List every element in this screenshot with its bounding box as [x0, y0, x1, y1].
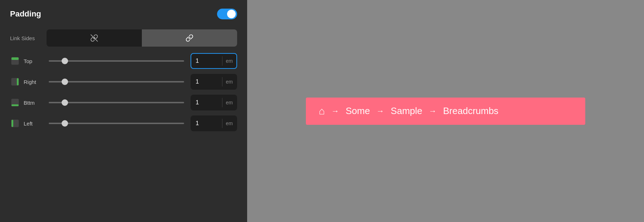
right-slider[interactable] [49, 81, 184, 82]
panel-title: Padding [10, 9, 41, 19]
breadcrumb-item-0: Some [346, 105, 370, 117]
top-slider[interactable] [49, 60, 184, 62]
link-button[interactable] [142, 29, 237, 47]
breadcrumb-preview: ⌂ → Some → Sample → Breadcrumbs [306, 98, 585, 125]
bttm-value-input[interactable] [191, 99, 222, 106]
left-label: Left [24, 121, 42, 127]
top-unit: em [222, 58, 236, 64]
breadcrumb-sep-1: → [376, 107, 384, 116]
breadcrumb-sep-2: → [429, 107, 437, 116]
right-label: Right [24, 79, 42, 85]
padding-toggle[interactable] [217, 9, 237, 19]
left-slider-container [46, 123, 187, 124]
left-panel: Padding Link Sides [0, 0, 247, 222]
top-value-box[interactable]: em [191, 53, 237, 69]
breadcrumb-item-2: Breadcrumbs [443, 105, 499, 117]
right-value-input[interactable] [191, 78, 222, 85]
left-value-box[interactable]: em [191, 115, 237, 131]
top-slider-container [46, 60, 187, 62]
top-icon [10, 56, 20, 66]
breadcrumb-item-1: Sample [391, 105, 422, 117]
link-sides-label: Link Sides [10, 35, 42, 41]
right-value-box[interactable]: em [191, 74, 237, 90]
bttm-value-box[interactable]: em [191, 95, 237, 110]
right-icon [10, 77, 20, 87]
svg-rect-6 [11, 104, 19, 106]
bttm-slider-container [46, 102, 187, 103]
breadcrumb-sep-0: → [331, 107, 339, 116]
panel-header: Padding [10, 9, 237, 19]
top-value-input[interactable] [191, 57, 222, 65]
left-value-input[interactable] [191, 120, 222, 127]
link-sides-row: Link Sides [10, 29, 237, 47]
link-sides-buttons [47, 29, 237, 47]
padding-row-left: Left em [10, 115, 237, 131]
right-panel: ⌂ → Some → Sample → Breadcrumbs [247, 0, 644, 222]
left-unit: em [222, 121, 236, 126]
right-slider-container [46, 81, 187, 82]
bttm-icon [10, 98, 20, 108]
bttm-label: Bttm [24, 100, 42, 106]
svg-rect-8 [11, 120, 13, 127]
bttm-unit: em [222, 100, 236, 105]
top-label: Top [24, 58, 42, 64]
padding-row-bttm: Bttm em [10, 95, 237, 110]
padding-row-right: Right em [10, 74, 237, 90]
padding-row-top: Top em [10, 53, 237, 69]
bttm-slider[interactable] [49, 102, 184, 103]
svg-rect-4 [17, 78, 19, 85]
left-slider[interactable] [49, 123, 184, 124]
breadcrumb-home-icon: ⌂ [319, 105, 325, 117]
svg-rect-2 [11, 57, 19, 60]
left-icon [10, 118, 20, 128]
right-unit: em [222, 79, 236, 85]
unlink-button[interactable] [47, 29, 142, 47]
